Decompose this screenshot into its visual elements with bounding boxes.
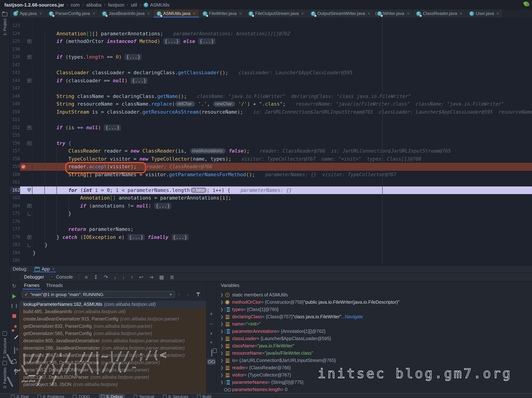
line-number[interactable]: 138 — [10, 45, 20, 53]
variable-row[interactable]: ❯parameterNames = {String[0]@775} — [216, 379, 532, 386]
editor-tab[interactable]: CFileWriter.java× — [199, 9, 245, 18]
code-line[interactable]: 177 return parameterNames; — [10, 225, 532, 233]
editor-tab[interactable]: CWriter.java× — [374, 9, 413, 18]
breadcrumb-item[interactable]: com — [71, 2, 80, 7]
variable-row[interactable]: ❯pmethodOrCtor = {Constructor@758} "publ… — [216, 298, 532, 306]
fold-expand-icon[interactable]: + — [27, 55, 31, 59]
editor-tab[interactable]: CJavaBeanInfo.java× — [99, 9, 153, 18]
code-line[interactable]: 155 — [10, 131, 532, 139]
resume-program-icon[interactable] — [13, 294, 16, 298]
fold-marker-area[interactable] — [27, 188, 32, 193]
stack-frame-row[interactable]: parseObject:183, JSON(com.alibaba.fastjs… — [19, 381, 206, 388]
code-line[interactable]: 175 } — [10, 210, 532, 218]
code-line[interactable]: 143 ClassLoader classLoader = declaringC… — [10, 69, 532, 77]
fold-marker-area[interactable]: + — [27, 55, 32, 59]
code-line[interactable]: 123 — [10, 22, 532, 30]
variable-row[interactable]: ❯types = {Class[1]@760} — [216, 306, 532, 313]
editor-tab[interactable]: COutputStreamWriter.java× — [308, 9, 374, 18]
close-icon[interactable]: × — [52, 266, 55, 272]
code-line[interactable]: 184} — [10, 249, 532, 257]
variable-row[interactable]: ❯name = "<init>" — [216, 320, 532, 328]
show-execution-point-icon[interactable]: ↧ — [94, 274, 98, 280]
fold-marker-area[interactable]: + — [27, 126, 32, 130]
layout-settings-icon[interactable]: ≡ — [85, 274, 88, 280]
code-line[interactable]: 125+ if (methodOrCtor instanceof Method)… — [10, 37, 532, 45]
stack-frame-row[interactable]: getDeserializer:565, ParserConfig(com.al… — [19, 330, 206, 337]
fold-marker-area[interactable]: + — [27, 235, 32, 239]
chevron-right-icon[interactable]: ❯ — [219, 349, 224, 357]
folded-code-chip[interactable]: {...} — [154, 203, 171, 209]
line-number[interactable]: 142 — [10, 61, 20, 69]
fold-expand-icon[interactable]: + — [27, 126, 31, 130]
code-line[interactable]: 124 Annotation[][] parameterAnnotations;… — [10, 30, 532, 37]
stop-icon[interactable] — [13, 314, 16, 318]
chevron-right-icon[interactable]: ❯ — [219, 357, 224, 364]
pin-tab-icon[interactable] — [15, 368, 16, 375]
variable-row[interactable]: ❯declaringClass = {Class@757} "class jav… — [216, 313, 532, 320]
line-number[interactable]: 125 — [10, 37, 20, 45]
code-line[interactable]: 178+ } catch (IOException e) {...} final… — [10, 233, 532, 241]
chevron-right-icon[interactable]: ❯ — [219, 342, 224, 349]
chevron-right-icon[interactable]: ❯ — [219, 313, 224, 320]
remove-watch-icon[interactable]: − — [210, 321, 213, 327]
chevron-right-icon[interactable]: ❯ — [219, 306, 224, 313]
code-line[interactable]: 142 — [10, 61, 532, 69]
line-number[interactable]: 161 — [10, 178, 20, 186]
stack-frame-row[interactable]: parse:1367, DefaultJSONParser(com.alibab… — [19, 373, 206, 381]
fold-marker-area[interactable] — [27, 212, 32, 216]
move-down-icon[interactable]: ▼ — [209, 341, 213, 344]
editor-tab[interactable]: CUser.java× — [466, 9, 503, 18]
line-number[interactable]: 185 — [10, 257, 20, 265]
editor-tab[interactable]: CClassReader.java× — [413, 9, 466, 18]
line-number[interactable]: 156 — [10, 139, 20, 147]
line-number[interactable]: 149 — [10, 100, 20, 108]
code-editor[interactable]: 123124 Annotation[][] parameterAnnotatio… — [10, 18, 532, 265]
code-line[interactable]: 148 String className = declaringClass.ge… — [10, 92, 532, 100]
statusbar-item-8-services[interactable]: 8: Services — [163, 394, 188, 398]
line-number[interactable]: 152 — [10, 124, 20, 131]
variable-row[interactable]: ❯resourceName = "java/io/FileWriter.clas… — [216, 349, 532, 357]
fold-marker-area[interactable]: + — [27, 79, 32, 83]
breakpoint-icon[interactable] — [21, 165, 25, 169]
breadcrumb-item[interactable]: fastjson-1.2.68-sources.jar — [4, 2, 64, 7]
variable-row[interactable]: ❯classLoader = {Launcher$AppClassLoader@… — [216, 335, 532, 342]
add-watch-icon[interactable]: + — [210, 311, 213, 317]
tab-console[interactable]: >Console — [49, 274, 73, 280]
code-line[interactable]: 159 reader.accept(visitor);reader: Class… — [10, 163, 532, 171]
trace-settings-icon[interactable]: ≣ — [170, 274, 174, 280]
tab-threads[interactable]: Threads — [45, 281, 64, 290]
chevron-right-icon[interactable]: ❯ — [219, 320, 224, 328]
tab-frames[interactable]: Frames — [23, 281, 41, 290]
statusbar-item-build[interactable]: Build — [197, 394, 211, 398]
stack-frame-row[interactable]: deserialze:288, JavaBeanDeserializer(com… — [19, 344, 206, 352]
line-number[interactable]: 175 — [10, 210, 20, 218]
next-frame-icon[interactable]: ↓ — [187, 292, 189, 297]
variable-row[interactable]: ❯parameterAnnotations = {Annotation[1][]… — [216, 328, 532, 335]
stack-frame-row[interactable]: deserialze:284, JavaBeanDeserializer(com… — [19, 352, 206, 359]
close-icon[interactable]: × — [39, 11, 42, 16]
line-number[interactable]: 163 — [10, 194, 20, 202]
code-line[interactable]: 163 Annotation[] annotations = parameter… — [10, 194, 532, 202]
prev-frame-icon[interactable]: ↑ — [178, 292, 180, 297]
variable-row[interactable]: parameterNames.length = 0 — [216, 386, 532, 393]
fold-expand-icon[interactable]: + — [27, 39, 31, 44]
statusbar-item-6-problems[interactable]: 6: Problems — [37, 394, 64, 398]
close-icon[interactable]: × — [147, 11, 150, 16]
fold-expand-icon[interactable]: + — [27, 79, 31, 83]
line-number[interactable]: 176 — [10, 218, 20, 225]
line-number[interactable]: 151 — [10, 116, 20, 124]
code-line[interactable]: 161 — [10, 178, 532, 186]
folded-code-chip[interactable]: {...} — [131, 77, 148, 84]
code-line[interactable]: 162 for (int i = 0; i < parameterNames.l… — [10, 186, 532, 194]
copy-stack-icon[interactable] — [211, 349, 212, 356]
code-line[interactable]: 152+ if (is == null) {...} — [10, 124, 532, 131]
stack-frame-row[interactable]: createJavaBeanDeserializer:915, ParserCo… — [19, 315, 206, 323]
breadcrumb-item[interactable]: util — [131, 2, 137, 7]
code-line[interactable]: 139+ if (types.length == 0) {...} — [10, 53, 532, 61]
close-icon[interactable]: × — [301, 11, 304, 16]
tool-stripe-project[interactable]: 1: Project — [3, 19, 7, 36]
code-line[interactable]: 156− try { — [10, 139, 532, 147]
run-to-cursor-icon[interactable]: ⇥ — [149, 274, 153, 280]
fold-marker-area[interactable]: + — [27, 39, 32, 44]
breadcrumb-item[interactable]: alibaba — [86, 2, 101, 7]
